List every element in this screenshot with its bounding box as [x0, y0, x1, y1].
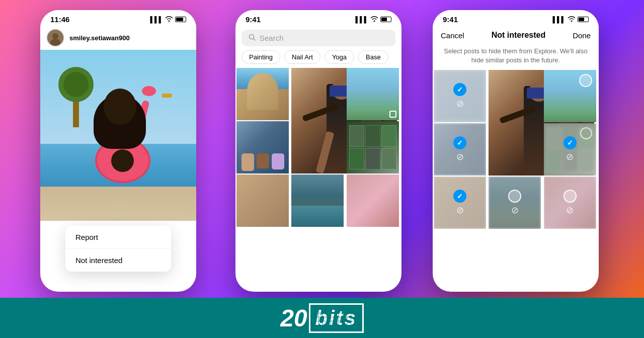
- tab-painting[interactable]: Painting: [242, 50, 280, 64]
- selection-grid: ✓ ⊘: [433, 70, 599, 229]
- phone1-post-image: [40, 50, 196, 221]
- cell4-overlay: ✓ ⊘: [434, 123, 486, 176]
- logo-number: 20: [280, 304, 307, 332]
- search-bar[interactable]: Search: [242, 30, 395, 46]
- signal-icon-3: ▌▌▌: [552, 16, 566, 23]
- hidden-icon-6: ⊘: [456, 205, 464, 216]
- battery-icon-2: [380, 17, 391, 22]
- sel-cell-6[interactable]: ✓ ⊘: [434, 177, 486, 229]
- phone1-post-header: smiley.setiawan900: [40, 26, 196, 50]
- svg-line-4: [254, 39, 256, 41]
- phone-2: 9:41 ▌▌▌ Search Painting: [235, 10, 401, 292]
- context-menu-report[interactable]: Report: [65, 226, 171, 249]
- phone3-time: 9:41: [443, 15, 458, 24]
- username: smiley.setiawan900: [69, 34, 130, 42]
- cell6-overlay: ✓ ⊘: [434, 177, 486, 229]
- sel-cell-1[interactable]: ✓ ⊘: [434, 70, 486, 122]
- explore-grid: [235, 68, 401, 227]
- sel-cell-3[interactable]: [544, 70, 596, 122]
- phone1-status-bar: 11:46 ▌▌▌: [40, 10, 196, 26]
- cancel-button[interactable]: Cancel: [441, 31, 464, 40]
- grid-cell-3[interactable]: [347, 68, 399, 120]
- grid-cell-6[interactable]: [236, 175, 289, 227]
- check-icon-6: ✓: [453, 190, 466, 203]
- signal-icon: ▌▌▌: [355, 16, 368, 23]
- sel-cell-7[interactable]: ⊘: [489, 177, 541, 229]
- grid-cell-5[interactable]: [347, 121, 399, 174]
- grid-cell-1[interactable]: [236, 68, 289, 120]
- tab-base[interactable]: Base: [358, 50, 388, 64]
- logo-bits-box: bits: [309, 303, 364, 333]
- wifi-icon: [370, 16, 378, 23]
- phone-3: 9:41 ▌▌▌ Cancel Not interested Done Sele…: [433, 10, 599, 292]
- grid-cell-7[interactable]: [291, 175, 344, 227]
- battery-icon: [175, 17, 186, 22]
- grid-cell-8[interactable]: [347, 175, 399, 227]
- bottom-bar: 20 bits: [0, 298, 644, 338]
- phone3-status-bar: 9:41 ▌▌▌: [433, 10, 599, 26]
- grid-cell-4[interactable]: [236, 121, 289, 174]
- sel-cell-4[interactable]: ✓ ⊘: [434, 123, 486, 176]
- logo-text: bits: [315, 307, 357, 329]
- category-tabs: Painting Nail Art Yoga Base: [235, 50, 401, 68]
- phone-1: 11:46 ▌▌▌ smiley.setiawan900: [40, 10, 196, 292]
- not-interested-header: Cancel Not interested Done: [433, 26, 599, 45]
- cell7-overlay: ⊘: [489, 177, 541, 229]
- phone1-status-icons: ▌▌▌: [150, 16, 186, 23]
- wifi-icon-3: [568, 16, 576, 23]
- check-icon-1: ✓: [453, 83, 466, 96]
- tab-yoga[interactable]: Yoga: [325, 50, 354, 64]
- hidden-icon-5: ⊘: [566, 151, 574, 162]
- wifi-icon: [165, 16, 173, 23]
- phone2-time: 9:41: [246, 15, 261, 24]
- check-icon-4: ✓: [453, 136, 466, 149]
- hidden-icon-4: ⊘: [456, 151, 464, 162]
- sel-cell-5[interactable]: ✓ ⊘: [544, 123, 596, 176]
- phone1-time: 11:46: [50, 15, 69, 24]
- signal-icon: ▌▌▌: [150, 16, 163, 23]
- context-menu-not-interested[interactable]: Not interested: [65, 249, 171, 272]
- avatar: [46, 29, 64, 47]
- context-menu: Report Not interested: [65, 226, 171, 272]
- done-button[interactable]: Done: [573, 31, 591, 40]
- tab-nail-art[interactable]: Nail Art: [284, 50, 320, 64]
- cell1-overlay: ✓ ⊘: [434, 70, 486, 122]
- sel-cell-8[interactable]: ⊘: [544, 177, 596, 229]
- phone3-status-icons: ▌▌▌: [552, 16, 589, 23]
- phone2-status-icons: ▌▌▌: [355, 16, 391, 23]
- hidden-icon-1: ⊘: [456, 98, 464, 109]
- search-placeholder: Search: [260, 34, 284, 42]
- cell8-overlay: ⊘: [544, 177, 596, 229]
- check-icon-5: ✓: [564, 136, 577, 149]
- svg-point-1: [52, 33, 58, 39]
- not-interested-description: Select posts to hide them from Explore. …: [433, 45, 599, 70]
- not-interested-title: Not interested: [492, 31, 546, 40]
- battery-icon-3: [578, 17, 589, 22]
- logo: 20 bits: [280, 303, 364, 333]
- search-icon: [249, 34, 256, 42]
- cell3-circle: [579, 74, 592, 87]
- phone2-status-bar: 9:41 ▌▌▌: [235, 10, 401, 26]
